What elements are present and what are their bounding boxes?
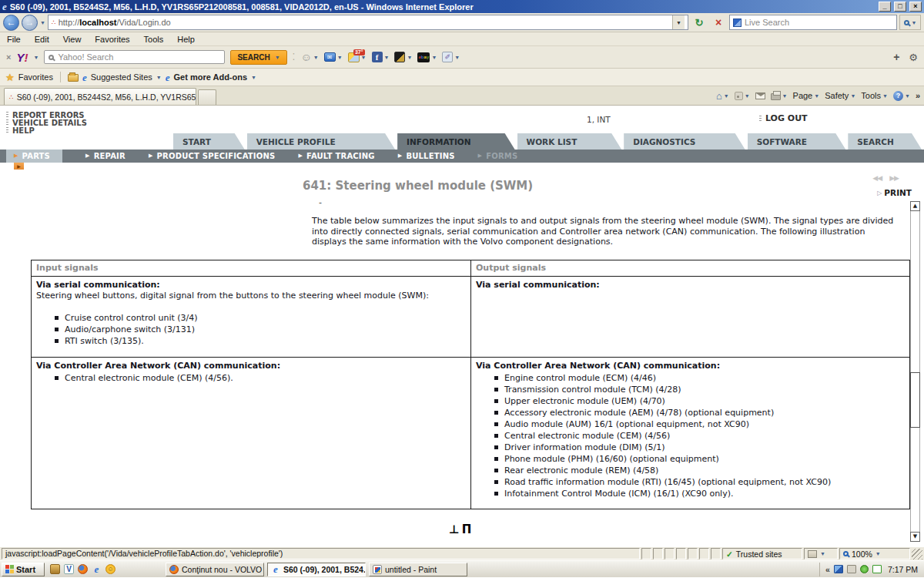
subnav-forms[interactable]: ▶FORMS (478, 150, 518, 163)
live-search-input[interactable]: Live Search (729, 15, 897, 30)
taskbar-button-untitled-paint[interactable]: untitled - Paint (369, 563, 467, 576)
taskbar-button-con-inut-nou-volvo-cl[interactable]: Conţinut nou - VOLVO Cl... (166, 563, 264, 576)
network-tray-icon[interactable] (834, 565, 843, 573)
status-tray-icon[interactable] (860, 565, 869, 573)
messenger-quicklaunch-icon[interactable]: ☺ (105, 564, 116, 574)
yahoo-logo-dropdown-icon[interactable]: ▼ (33, 55, 38, 60)
tab-software[interactable]: SOFTWARE (748, 133, 846, 150)
task-buttons: Conţinut nou - VOLVO Cl...eS60 (-09), 20… (166, 563, 467, 576)
logout-button[interactable]: LOG OUT (759, 113, 808, 123)
suggested-sites-dropdown-icon[interactable]: ▼ (156, 75, 162, 80)
yahoo-search-input[interactable]: Yahoo! Search (44, 50, 225, 64)
subnav-fault-tracing[interactable]: ▶FAULT TRACING (298, 150, 374, 163)
scrollbar-thumb[interactable] (910, 372, 920, 428)
new-tab-button[interactable] (198, 89, 216, 105)
tab-work-list[interactable]: WORK LIST (517, 133, 622, 150)
protected-mode-panel[interactable]: ▼ (804, 548, 838, 560)
address-dropdown-icon[interactable]: ▼ (672, 15, 685, 29)
menu-help[interactable]: Help (170, 35, 202, 44)
tab-information[interactable]: INFORMATION (397, 133, 515, 150)
safety-menu[interactable]: Safety▼ (825, 91, 855, 100)
menu-edit[interactable]: Edit (28, 35, 56, 44)
close-button[interactable]: × (909, 2, 922, 12)
quicklaunch-shortcut-icon[interactable] (50, 564, 60, 574)
subnav-bulletins[interactable]: ▶BULLETINS (398, 150, 455, 163)
scroll-down-icon[interactable]: ▼ (910, 532, 920, 542)
print-button[interactable]: ▼ (771, 91, 788, 100)
menu-file[interactable]: File (0, 35, 28, 44)
weather-button[interactable]: 37°▼ (348, 52, 367, 62)
app-link-report-errors[interactable]: REPORT ERRORS (6, 111, 87, 119)
app-link-vehicle-details[interactable]: VEHICLE DETAILS (6, 119, 87, 126)
facebook-button[interactable]: f▼ (372, 52, 390, 62)
yahoo-logo[interactable]: Y! (16, 51, 28, 64)
connection-tray-icon[interactable] (847, 565, 856, 573)
clipboard-button[interactable]: ✐▼ (442, 52, 460, 62)
command-overflow-icon[interactable]: » (916, 91, 920, 100)
back-button[interactable]: ← (3, 15, 19, 31)
scroll-up-icon[interactable]: ▲ (910, 201, 920, 211)
apps-button[interactable]: ▼ (394, 52, 412, 62)
menu-favorites[interactable]: Favorites (88, 35, 136, 44)
gear-icon[interactable]: ⚙ (909, 52, 918, 63)
history-dropdown-icon[interactable]: ▼ (40, 20, 45, 25)
add-favorites-folder-icon[interactable] (68, 74, 79, 82)
browser-tab[interactable]: ∴ S60 (-09), 2001, B5244S2, M56, L.H.D, … (4, 88, 196, 105)
scrollbar-track[interactable] (910, 211, 920, 532)
tab-vehicle-profile[interactable]: VEHICLE PROFILE (247, 133, 395, 150)
messenger-button[interactable]: ☺▼ (300, 52, 318, 62)
yahoo-search-dropdown-icon[interactable]: ▼ (275, 55, 280, 60)
search-options-icon[interactable]: ▼ (912, 20, 917, 25)
tray-collapse-icon[interactable]: « (825, 565, 830, 574)
restore-button[interactable]: □ (894, 2, 906, 12)
get-addons-button[interactable]: Get more Add-ons (174, 72, 248, 82)
app-link-help[interactable]: HELP (6, 126, 87, 134)
addons-dropdown-icon[interactable]: ▼ (251, 75, 256, 80)
mail-button[interactable]: ✉▼ (324, 52, 343, 62)
stop-button[interactable]: × (710, 15, 727, 30)
start-button[interactable]: Start (2, 563, 45, 576)
ie-quicklaunch-icon[interactable]: e (92, 564, 102, 574)
suggested-sites-button[interactable]: Suggested Sites (91, 72, 152, 82)
subnav-product-specifications[interactable]: ▶PRODUCT SPECIFICATIONS (149, 150, 275, 163)
help-button[interactable]: ?▼ (893, 91, 910, 101)
taskbar-button-s60-09-2001-b524[interactable]: eS60 (-09), 2001, B524... (267, 563, 366, 576)
yahoo-search-button[interactable]: SEARCH▼ (230, 50, 286, 65)
toolbar-close-icon[interactable]: × (6, 52, 11, 62)
favorites-button[interactable]: Favorites (18, 72, 53, 82)
forward-button[interactable]: → (22, 15, 38, 31)
home-button[interactable]: ⌂▼ (716, 90, 729, 102)
print-icon (771, 93, 781, 100)
tab-start[interactable]: START (173, 133, 245, 150)
refresh-button[interactable]: ↻ (691, 15, 708, 30)
signal-item: Rear electronic module (REM) (4/58) (494, 465, 905, 476)
page-menu[interactable]: Page▼ (793, 91, 820, 100)
zoom-panel[interactable]: 100%▼ (839, 548, 910, 560)
tools-menu[interactable]: Tools▼ (861, 91, 888, 100)
subnav-repair[interactable]: ▶REPAIR (85, 150, 126, 163)
notebook-tray-icon[interactable] (872, 565, 882, 573)
minimize-button[interactable]: _ (879, 2, 891, 12)
favorites-star-icon[interactable]: ★ (5, 72, 15, 83)
ebay-button[interactable]: ebay▼ (417, 52, 437, 62)
address-input[interactable]: ∴ http://localhost/Vida/Login.do ▼ (48, 15, 688, 30)
parts-marker-icon[interactable]: ▶ (14, 163, 24, 170)
subnav-parts[interactable]: ▶PARTS (6, 150, 62, 163)
tab-diagnostics[interactable]: DIAGNOSTICS (624, 133, 745, 150)
search-go-button[interactable]: ▼ (899, 15, 921, 30)
firefox-icon[interactable] (78, 564, 88, 574)
prev-doc-icon[interactable]: ◀◀ (872, 174, 882, 182)
read-mail-icon[interactable] (755, 92, 765, 99)
vida-launcher-icon[interactable]: V (64, 564, 74, 574)
tab-search[interactable]: SEARCH (848, 133, 922, 150)
print-link[interactable]: ▷PRINT (877, 188, 912, 197)
add-tools-icon[interactable]: + (893, 51, 899, 63)
menu-view[interactable]: View (56, 35, 89, 44)
signal-item: Road traffic information module (RTI) (1… (494, 476, 905, 488)
menu-tools[interactable]: Tools (137, 35, 171, 44)
resize-grip[interactable] (912, 549, 922, 560)
feeds-button[interactable]: ▼ (735, 92, 750, 100)
next-doc-icon[interactable]: ▶▶ (889, 174, 899, 182)
status-text: javascript:loadPageContent('/Vida/vehicl… (2, 548, 640, 560)
windows-logo-icon (5, 565, 14, 573)
